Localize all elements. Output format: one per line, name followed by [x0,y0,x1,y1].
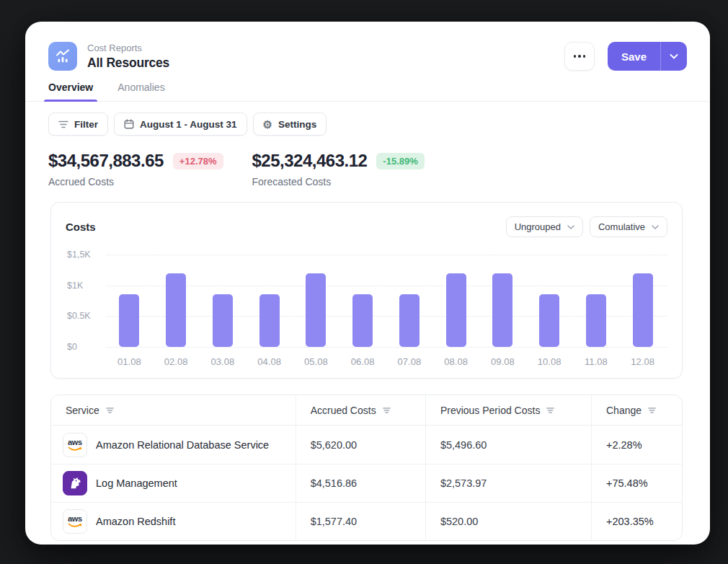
x-tick-label: 06.08 [339,356,386,367]
bar-11.08[interactable] [586,294,606,347]
bar-column [432,255,479,347]
more-icon [574,55,577,58]
save-dropdown-toggle[interactable] [661,42,687,71]
app-header: Cost Reports All Resources Save [25,22,710,71]
bar-chart: $1,5K$1K$0.5K$0 [66,255,667,347]
accrued-costs-metric: $34,567,883.65 +12.78% Accrued Costs [48,151,223,188]
tab-anomalies[interactable]: Anomalies [117,81,164,101]
bar-08.08[interactable] [446,273,466,347]
change-cell: +203.35% [606,516,654,527]
more-icon-dot [578,55,581,58]
filter-button-label: Filter [74,119,98,130]
bar-column [573,255,620,347]
calendar-icon [124,119,134,129]
save-button[interactable]: Save [608,42,660,71]
previous-cost-cell: $2,573.97 [440,477,487,489]
datadog-dog-glyph [67,475,83,491]
bar-03.08[interactable] [213,294,233,347]
bar-12.08[interactable] [633,273,653,347]
bar-09.08[interactable] [492,273,512,347]
report-logo-icon [48,42,77,71]
x-tick-label: 09.08 [479,356,526,367]
table-row[interactable]: aws Amazon Relational Database Service $… [51,426,682,464]
chevron-down-icon [670,54,678,59]
column-header-service[interactable]: Service [51,395,296,425]
bar-column [386,255,433,347]
bar-10.08[interactable] [539,294,559,347]
sort-icon [546,407,554,413]
x-tick-label: 11.08 [573,356,620,367]
forecasted-costs-metric: $25,324,463.12 -15.89% Forecasted Costs [252,151,425,188]
x-tick-label: 03.08 [200,356,247,367]
bar-01.08[interactable] [119,294,139,347]
previous-cost-cell: $5,496.60 [440,439,487,451]
table-row[interactable]: aws Amazon Redshift $1,577.40 $520.00 +2… [51,502,682,540]
column-header-previous[interactable]: Previous Period Costs [425,395,591,425]
forecasted-costs-value: $25,324,463.12 [252,151,368,171]
aws-smile-arrow [68,523,82,528]
aws-icon: aws [63,433,87,457]
bar-column [526,255,573,347]
aws-smile-arrow [68,446,82,451]
y-tick-label: $0.5K [67,311,94,321]
x-tick-label: 02.08 [153,356,200,367]
grouping-dropdown-value: Ungrouped [515,221,561,232]
chevron-down-icon [652,225,659,229]
sort-icon [648,407,656,413]
forecasted-costs-change-badge: -15.89% [376,153,424,169]
service-name: Amazon Relational Database Service [96,439,269,451]
column-header-label: Accrued Costs [311,405,376,416]
aws-wordmark: aws [68,515,82,523]
cost-report-window: Cost Reports All Resources Save Overview… [25,22,710,545]
chart-trend-icon [55,48,71,64]
bar-02.08[interactable] [166,273,186,347]
x-tick-label: 08.08 [432,356,479,367]
date-range-button[interactable]: August 1 - August 31 [114,113,247,136]
x-axis-labels: 01.0802.0803.0804.0805.0806.0807.0808.08… [106,356,666,367]
x-tick-label: 10.08 [526,356,573,367]
filter-lines-icon [58,120,68,128]
table-header-row: Service Accrued Costs Previous Period Co… [51,395,682,426]
y-tick-label: $0 [67,342,80,352]
aggregation-dropdown[interactable]: Comulative [590,216,667,237]
bar-column [619,255,666,347]
x-tick-label: 05.08 [293,356,339,367]
services-table: Service Accrued Costs Previous Period Co… [50,395,683,541]
settings-button-label: Settings [278,119,316,130]
chevron-down-icon [567,225,574,229]
filter-button[interactable]: Filter [48,113,108,136]
bar-04.08[interactable] [259,294,280,347]
bar-06.08[interactable] [352,294,373,347]
grouping-dropdown[interactable]: Ungrouped [506,216,583,237]
bar-column [153,255,200,347]
previous-cost-cell: $520.00 [440,516,478,527]
bar-column [479,255,526,347]
accrued-cost-cell: $4,516.86 [311,477,358,489]
page-title: All Resources [87,56,169,71]
x-tick-label: 12.08 [619,356,666,367]
table-row[interactable]: Log Management $4,516.86 $2,573.97 +75.4… [51,464,682,502]
change-cell: +2.28% [606,439,642,451]
accrued-costs-label: Accrued Costs [48,176,223,188]
forecasted-costs-label: Forecasted Costs [252,176,425,188]
tab-overview[interactable]: Overview [48,81,93,101]
column-header-change[interactable]: Change [591,395,682,425]
bar-column [106,255,153,347]
bar-07.08[interactable] [399,294,420,347]
accrued-cost-cell: $1,577.40 [311,516,358,527]
bar-05.08[interactable] [306,273,326,347]
settings-button[interactable]: ⚙ Settings [253,113,327,136]
column-header-accrued[interactable]: Accrued Costs [296,395,425,425]
aggregation-dropdown-value: Comulative [598,221,645,232]
bar-column [339,255,386,347]
bar-column [246,255,293,347]
x-tick-label: 07.08 [386,356,433,367]
chart-title: Costs [66,221,96,233]
sort-icon [106,407,114,413]
bar-column [293,255,339,347]
more-actions-button[interactable] [564,42,595,71]
service-name: Amazon Redshift [96,516,175,527]
column-header-label: Service [66,405,99,416]
aws-wordmark: aws [68,439,82,446]
accrued-cost-cell: $5,620.00 [311,439,358,451]
